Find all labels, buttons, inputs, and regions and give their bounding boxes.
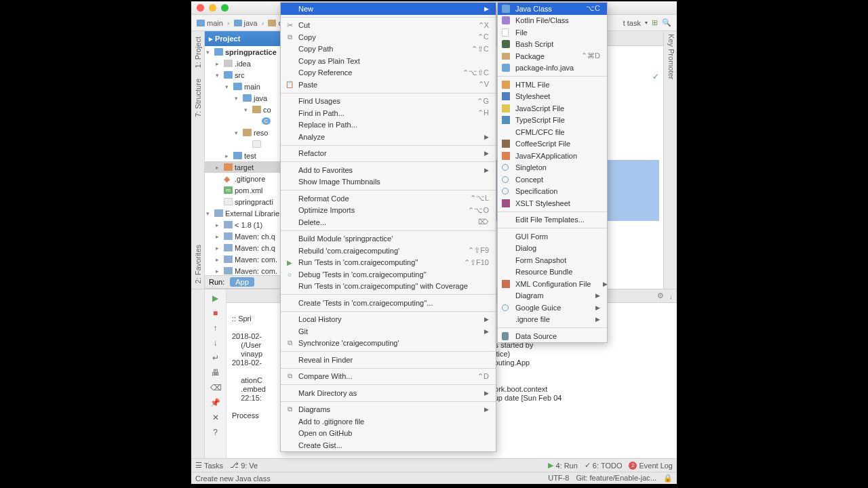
menu-item[interactable]: JavaFXApplication — [498, 150, 607, 162]
new-submenu[interactable]: Java Class⌥CKotlin File/ClassFileBash Sc… — [497, 2, 608, 343]
down-icon[interactable]: ↓ — [210, 338, 221, 349]
help-icon[interactable]: ? — [210, 428, 221, 439]
menu-item[interactable]: Edit File Templates... — [498, 214, 607, 226]
menu-item[interactable]: Git▶ — [281, 325, 496, 338]
menu-item[interactable]: Create Gist... — [281, 439, 496, 451]
breadcrumb-item[interactable]: main — [197, 19, 223, 27]
favorites-tool-tab[interactable]: 2: Favorites — [193, 242, 203, 286]
menu-item[interactable]: JavaScript File — [498, 102, 607, 115]
menu-item[interactable]: Open on GitHub — [281, 428, 496, 440]
version-control-tab[interactable]: ⎇ 9: Ve — [230, 461, 258, 470]
panel-header[interactable]: ▸Project▾ — [205, 31, 292, 46]
context-menu[interactable]: New▶Cut⌃XCopy⌃CCopy Path⌃⇧CCopy as Plain… — [280, 2, 496, 452]
menu-item[interactable]: Rebuild 'com.craigecomputing'⌃⇧F9 — [281, 245, 496, 257]
menu-item[interactable]: Paste⌃V — [281, 79, 496, 91]
menu-item[interactable]: Copy⌃C — [281, 31, 496, 43]
breadcrumb-item[interactable]: java — [234, 19, 258, 27]
menu-item[interactable]: Reveal in Finder — [281, 354, 496, 366]
lock-icon[interactable]: 🔒 — [663, 474, 673, 483]
menu-item[interactable]: Compare With...⌃D — [281, 371, 496, 383]
run-config-tab[interactable]: App — [230, 277, 254, 287]
menu-item[interactable]: Java Class⌥C — [498, 3, 607, 15]
menu-item[interactable]: Dialog — [498, 243, 607, 255]
stop-icon[interactable]: ■ — [210, 308, 221, 319]
menu-item[interactable]: Find in Path...⌃H — [281, 107, 496, 119]
run-config-selector[interactable]: t task — [623, 19, 641, 27]
soft-wrap-icon[interactable]: ↵ — [210, 353, 221, 364]
menu-item[interactable]: .ignore file▶ — [498, 314, 607, 326]
menu-item[interactable]: Copy Path⌃⇧C — [281, 43, 496, 56]
menu-item[interactable]: Add to Favorites▶ — [281, 164, 496, 176]
menu-item[interactable]: Synchronize 'craigecomputing' — [281, 338, 496, 350]
menu-item[interactable]: Diagrams▶ — [281, 404, 496, 416]
menu-item[interactable]: GUI Form — [498, 230, 607, 243]
menu-item[interactable]: Bash Script — [498, 39, 607, 51]
menu-item[interactable]: Run 'Tests in 'com.craigecomputing''⌃⇧F1… — [281, 257, 496, 269]
db-icon — [502, 332, 509, 340]
menu-item[interactable]: Package⌃⌘D — [498, 50, 607, 62]
event-log-tab[interactable]: 2 Event Log — [629, 462, 673, 470]
build-icon[interactable]: ⊞ — [652, 18, 658, 27]
menu-item[interactable]: Show Image Thumbnails — [281, 176, 496, 188]
print-icon[interactable]: 🖶 — [210, 368, 221, 379]
search-icon[interactable]: 🔍 — [662, 18, 671, 27]
menu-item[interactable]: Build Module 'springpractice' — [281, 233, 496, 245]
menu-item[interactable]: Singleton — [498, 162, 607, 174]
run-tab[interactable]: ▶ 4: Run — [548, 461, 577, 470]
structure-tool-tab[interactable]: 7: Structure — [193, 76, 203, 120]
menu-item[interactable]: Kotlin File/Class — [498, 15, 607, 27]
project-tree[interactable]: ▾springpractice ▸.idea ▾src ▾main ▾java … — [205, 46, 292, 275]
menu-item[interactable]: Diagram▶ — [498, 290, 607, 302]
menu-item[interactable]: Copy Reference⌃⌥⇧C — [281, 67, 496, 79]
menu-item[interactable]: Specification — [498, 186, 607, 198]
menu-item[interactable]: Reformat Code⌃⌥L — [281, 192, 496, 205]
menu-item[interactable]: Local History▶ — [281, 314, 496, 326]
todo-tab[interactable]: ✓ 6: TODO — [585, 461, 623, 470]
git-branch-widget[interactable]: Git: feature/Enable-jac... — [576, 474, 656, 483]
menu-item[interactable]: Analyze▶ — [281, 131, 496, 143]
menu-item[interactable]: Delete...⌦ — [281, 216, 496, 228]
menu-item[interactable]: Replace in Path... — [281, 119, 496, 131]
menu-item[interactable]: Form Snapshot — [498, 254, 607, 266]
menu-item[interactable]: Mark Directory as▶ — [281, 387, 496, 399]
menu-item[interactable]: TypeScript File — [498, 115, 607, 127]
menu-item[interactable]: New▶ — [281, 3, 496, 15]
menu-item[interactable]: Concept — [498, 174, 607, 186]
keypromoter-tab[interactable]: Key Promoter — [667, 34, 675, 286]
menu-item[interactable]: XSLT Stylesheet — [498, 197, 607, 209]
rerun-icon[interactable]: ▶ — [210, 293, 221, 304]
menu-item[interactable]: Google Guice▶ — [498, 302, 607, 314]
pin-icon[interactable]: 📌 — [210, 398, 221, 409]
menu-item[interactable]: Stylesheet — [498, 91, 607, 103]
menu-item[interactable]: Create 'Tests in 'com.craigecomputing''.… — [281, 297, 496, 309]
menu-item[interactable]: Run 'Tests in 'com.craigecomputing'' wit… — [281, 281, 496, 293]
project-tool-tab[interactable]: 1: Project — [193, 34, 203, 70]
menu-item[interactable]: HTML File — [498, 79, 607, 91]
menu-item[interactable]: CoffeeScript File — [498, 138, 607, 150]
export-icon[interactable]: ↓ — [669, 292, 673, 300]
menu-item[interactable]: Cut⌃X — [281, 20, 496, 32]
menu-item[interactable]: Refactor▶ — [281, 148, 496, 160]
menu-item[interactable]: File — [498, 26, 607, 39]
settings-icon[interactable]: ⚙ — [657, 291, 664, 300]
menu-item[interactable]: Add to .gitignore file — [281, 415, 496, 428]
menu-item[interactable]: XML Configuration File▶ — [498, 278, 607, 290]
tasks-tab[interactable]: ☰ Tasks — [195, 461, 223, 470]
menu-item[interactable]: Resource Bundle — [498, 266, 607, 279]
encoding-widget[interactable]: UTF-8 — [548, 474, 569, 483]
bug-icon — [285, 270, 294, 279]
menu-item[interactable]: Find Usages⌃G — [281, 96, 496, 108]
close-icon[interactable]: ✕ — [210, 413, 221, 424]
maximize-button[interactable] — [221, 4, 229, 12]
menu-item[interactable]: Copy as Plain Text — [281, 55, 496, 67]
shortcut-label: ⌃⌥O — [452, 206, 489, 215]
menu-item[interactable]: CFML/CFC file — [498, 126, 607, 138]
menu-item[interactable]: Data Source — [498, 330, 607, 342]
menu-item[interactable]: package-info.java — [498, 62, 607, 75]
up-icon[interactable]: ↑ — [210, 323, 221, 334]
minimize-button[interactable] — [209, 4, 216, 12]
close-button[interactable] — [197, 4, 204, 12]
clear-icon[interactable]: ⌫ — [210, 383, 221, 394]
menu-item[interactable]: Optimize Imports⌃⌥O — [281, 205, 496, 217]
menu-item[interactable]: Debug 'Tests in 'com.craigecomputing'' — [281, 268, 496, 281]
